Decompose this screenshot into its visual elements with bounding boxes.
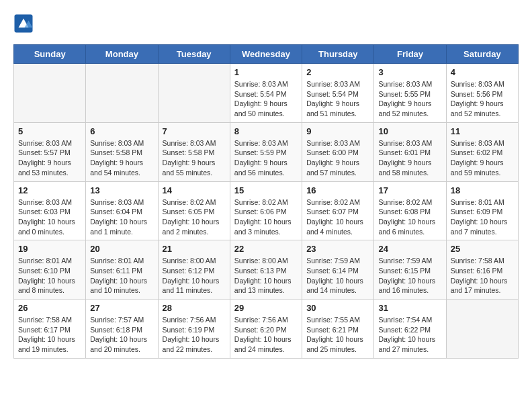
calendar-cell: 8Sunrise: 8:03 AM Sunset: 5:59 PM Daylig… xyxy=(230,122,302,181)
day-number: 19 xyxy=(18,244,81,254)
calendar-cell: 5Sunrise: 8:03 AM Sunset: 5:57 PM Daylig… xyxy=(14,122,86,181)
calendar-cell: 4Sunrise: 8:03 AM Sunset: 5:56 PM Daylig… xyxy=(446,64,518,123)
logo xyxy=(13,13,36,34)
logo-icon xyxy=(13,13,34,34)
calendar-cell: 19Sunrise: 8:01 AM Sunset: 6:10 PM Dayli… xyxy=(14,240,86,300)
day-number: 26 xyxy=(18,303,81,313)
day-number: 31 xyxy=(378,303,441,313)
day-info: Sunrise: 8:03 AM Sunset: 6:01 PM Dayligh… xyxy=(378,138,441,178)
day-number: 2 xyxy=(306,67,369,77)
day-info: Sunrise: 8:03 AM Sunset: 6:03 PM Dayligh… xyxy=(18,197,81,237)
day-info: Sunrise: 8:03 AM Sunset: 6:00 PM Dayligh… xyxy=(306,138,369,178)
calendar-weekday-sunday: Sunday xyxy=(14,45,86,64)
calendar-cell: 9Sunrise: 8:03 AM Sunset: 6:00 PM Daylig… xyxy=(302,122,374,181)
calendar-weekday-thursday: Thursday xyxy=(302,45,374,64)
day-number: 7 xyxy=(163,126,226,136)
calendar-cell: 20Sunrise: 8:01 AM Sunset: 6:11 PM Dayli… xyxy=(86,240,158,300)
calendar-week-1: 1Sunrise: 8:03 AM Sunset: 5:54 PM Daylig… xyxy=(14,64,519,123)
calendar-cell: 12Sunrise: 8:03 AM Sunset: 6:03 PM Dayli… xyxy=(14,181,86,240)
day-number: 5 xyxy=(18,126,81,136)
day-info: Sunrise: 7:58 AM Sunset: 6:17 PM Dayligh… xyxy=(18,315,81,355)
calendar-cell: 2Sunrise: 8:03 AM Sunset: 5:54 PM Daylig… xyxy=(302,64,374,123)
day-info: Sunrise: 7:57 AM Sunset: 6:18 PM Dayligh… xyxy=(90,315,153,355)
day-number: 6 xyxy=(90,126,153,136)
day-info: Sunrise: 8:03 AM Sunset: 6:04 PM Dayligh… xyxy=(90,197,153,237)
calendar-week-3: 12Sunrise: 8:03 AM Sunset: 6:03 PM Dayli… xyxy=(14,181,519,240)
day-info: Sunrise: 8:01 AM Sunset: 6:09 PM Dayligh… xyxy=(451,197,514,237)
calendar-weekday-friday: Friday xyxy=(374,45,446,64)
day-info: Sunrise: 8:00 AM Sunset: 6:12 PM Dayligh… xyxy=(163,256,226,295)
day-number: 16 xyxy=(306,185,369,195)
day-info: Sunrise: 7:59 AM Sunset: 6:15 PM Dayligh… xyxy=(378,256,441,295)
calendar-header-row: SundayMondayTuesdayWednesdayThursdayFrid… xyxy=(14,45,519,64)
day-info: Sunrise: 8:02 AM Sunset: 6:08 PM Dayligh… xyxy=(378,197,441,237)
calendar-cell: 31Sunrise: 7:54 AM Sunset: 6:22 PM Dayli… xyxy=(374,300,446,359)
day-info: Sunrise: 8:03 AM Sunset: 5:57 PM Dayligh… xyxy=(18,138,81,178)
calendar-cell: 6Sunrise: 8:03 AM Sunset: 5:58 PM Daylig… xyxy=(86,122,158,181)
day-number: 12 xyxy=(18,185,81,195)
page-header xyxy=(13,13,519,34)
day-number: 17 xyxy=(378,185,441,195)
calendar-cell: 17Sunrise: 8:02 AM Sunset: 6:08 PM Dayli… xyxy=(374,181,446,240)
calendar-cell: 30Sunrise: 7:55 AM Sunset: 6:21 PM Dayli… xyxy=(302,300,374,359)
day-info: Sunrise: 8:01 AM Sunset: 6:11 PM Dayligh… xyxy=(90,256,153,295)
day-number: 11 xyxy=(451,126,514,136)
day-number: 4 xyxy=(451,67,514,77)
calendar-cell: 7Sunrise: 8:03 AM Sunset: 5:58 PM Daylig… xyxy=(158,122,230,181)
day-info: Sunrise: 8:03 AM Sunset: 5:56 PM Dayligh… xyxy=(451,79,514,119)
calendar-weekday-wednesday: Wednesday xyxy=(230,45,302,64)
calendar-cell: 3Sunrise: 8:03 AM Sunset: 5:55 PM Daylig… xyxy=(374,64,446,123)
calendar-weekday-monday: Monday xyxy=(86,45,158,64)
calendar-cell xyxy=(446,300,518,359)
day-info: Sunrise: 8:03 AM Sunset: 5:58 PM Dayligh… xyxy=(90,138,153,178)
day-number: 23 xyxy=(306,244,369,254)
day-info: Sunrise: 7:56 AM Sunset: 6:20 PM Dayligh… xyxy=(234,315,298,355)
day-info: Sunrise: 7:54 AM Sunset: 6:22 PM Dayligh… xyxy=(378,315,441,355)
day-info: Sunrise: 8:03 AM Sunset: 5:54 PM Dayligh… xyxy=(234,79,298,119)
day-info: Sunrise: 7:55 AM Sunset: 6:21 PM Dayligh… xyxy=(306,315,369,355)
day-number: 10 xyxy=(378,126,441,136)
day-info: Sunrise: 8:02 AM Sunset: 6:06 PM Dayligh… xyxy=(234,197,298,237)
day-info: Sunrise: 7:56 AM Sunset: 6:19 PM Dayligh… xyxy=(163,315,226,355)
calendar-week-4: 19Sunrise: 8:01 AM Sunset: 6:10 PM Dayli… xyxy=(14,240,519,300)
day-number: 24 xyxy=(378,244,441,254)
calendar-weekday-tuesday: Tuesday xyxy=(158,45,230,64)
day-number: 9 xyxy=(306,126,369,136)
day-info: Sunrise: 7:59 AM Sunset: 6:14 PM Dayligh… xyxy=(306,256,369,295)
day-info: Sunrise: 8:01 AM Sunset: 6:10 PM Dayligh… xyxy=(18,256,81,295)
calendar-cell: 1Sunrise: 8:03 AM Sunset: 5:54 PM Daylig… xyxy=(230,64,302,123)
calendar-cell: 16Sunrise: 8:02 AM Sunset: 6:07 PM Dayli… xyxy=(302,181,374,240)
calendar-cell: 15Sunrise: 8:02 AM Sunset: 6:06 PM Dayli… xyxy=(230,181,302,240)
day-number: 22 xyxy=(234,244,298,254)
calendar-cell: 13Sunrise: 8:03 AM Sunset: 6:04 PM Dayli… xyxy=(86,181,158,240)
calendar-cell: 22Sunrise: 8:00 AM Sunset: 6:13 PM Dayli… xyxy=(230,240,302,300)
day-number: 21 xyxy=(163,244,226,254)
day-number: 27 xyxy=(90,303,153,313)
day-number: 20 xyxy=(90,244,153,254)
day-number: 15 xyxy=(234,185,298,195)
day-info: Sunrise: 8:03 AM Sunset: 5:58 PM Dayligh… xyxy=(163,138,226,178)
day-number: 8 xyxy=(234,126,298,136)
calendar-cell: 14Sunrise: 8:02 AM Sunset: 6:05 PM Dayli… xyxy=(158,181,230,240)
calendar-cell: 11Sunrise: 8:03 AM Sunset: 6:02 PM Dayli… xyxy=(446,122,518,181)
day-info: Sunrise: 8:03 AM Sunset: 5:59 PM Dayligh… xyxy=(234,138,298,178)
day-info: Sunrise: 7:58 AM Sunset: 6:16 PM Dayligh… xyxy=(451,256,514,295)
day-info: Sunrise: 8:03 AM Sunset: 5:55 PM Dayligh… xyxy=(378,79,441,119)
calendar-cell: 24Sunrise: 7:59 AM Sunset: 6:15 PM Dayli… xyxy=(374,240,446,300)
calendar-cell: 18Sunrise: 8:01 AM Sunset: 6:09 PM Dayli… xyxy=(446,181,518,240)
day-number: 1 xyxy=(234,67,298,77)
day-number: 14 xyxy=(163,185,226,195)
calendar-week-5: 26Sunrise: 7:58 AM Sunset: 6:17 PM Dayli… xyxy=(14,300,519,359)
day-number: 25 xyxy=(451,244,514,254)
calendar-cell: 27Sunrise: 7:57 AM Sunset: 6:18 PM Dayli… xyxy=(86,300,158,359)
calendar-weekday-saturday: Saturday xyxy=(446,45,518,64)
day-number: 3 xyxy=(378,67,441,77)
day-info: Sunrise: 8:00 AM Sunset: 6:13 PM Dayligh… xyxy=(234,256,298,295)
calendar-week-2: 5Sunrise: 8:03 AM Sunset: 5:57 PM Daylig… xyxy=(14,122,519,181)
calendar-cell: 25Sunrise: 7:58 AM Sunset: 6:16 PM Dayli… xyxy=(446,240,518,300)
calendar-cell: 10Sunrise: 8:03 AM Sunset: 6:01 PM Dayli… xyxy=(374,122,446,181)
day-number: 13 xyxy=(90,185,153,195)
calendar-cell xyxy=(86,64,158,123)
day-info: Sunrise: 8:03 AM Sunset: 5:54 PM Dayligh… xyxy=(306,79,369,119)
day-number: 29 xyxy=(234,303,298,313)
